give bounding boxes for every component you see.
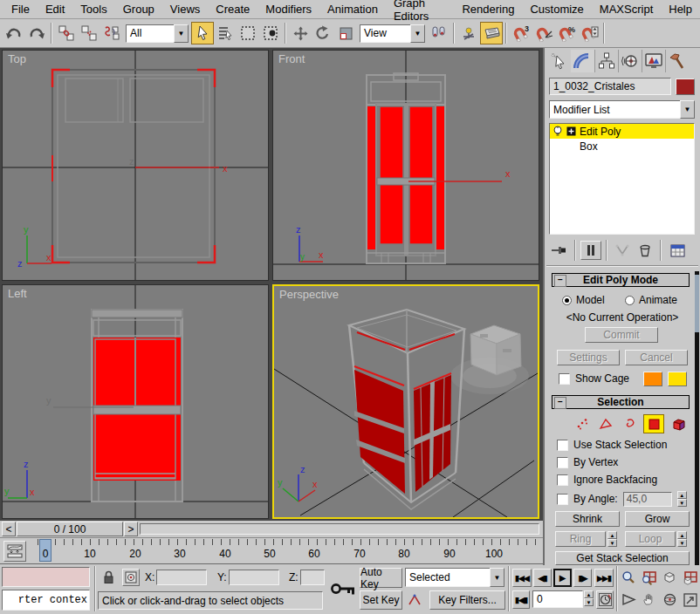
viewport-perspective[interactable]: Perspective [272,284,539,519]
select-by-name-button[interactable] [214,22,237,44]
remove-modifier-button[interactable] [635,241,655,260]
panel-scrollbar[interactable] [695,271,699,565]
by-angle-spinner[interactable]: ▲▼ [677,491,687,507]
model-radio-dot[interactable] [562,296,572,305]
current-frame-field[interactable]: 0 [532,590,583,608]
by-angle-field[interactable]: 45,0 [623,492,672,507]
object-color-swatch[interactable] [676,78,695,95]
previous-frame-button[interactable]: ◀▮ [533,569,552,587]
arc-rotate-button[interactable] [661,590,679,609]
key-mode-toggle-button[interactable]: ▮◀▮ [512,590,530,609]
next-frame-button[interactable]: ▮▶ [573,569,592,587]
default-tangent-button[interactable] [405,590,426,610]
make-unique-button[interactable] [612,241,633,260]
rollout-selection-header[interactable]: − Selection [552,395,690,409]
selection-filter-dropdown[interactable]: All ▼ [126,24,189,43]
keyboard-override-button[interactable] [480,22,503,44]
show-end-result-button[interactable] [580,241,601,260]
lock-selection-button[interactable] [100,569,117,586]
frame-spinner[interactable]: ▲▼ [584,590,594,606]
stack-row-edit-poly[interactable]: Edit Poly [550,124,694,139]
menu-maxscript[interactable]: MAXScript [592,3,661,16]
select-and-rotate-button[interactable] [312,22,334,44]
tab-motion[interactable] [618,50,642,72]
snap-toggle-3d-button[interactable]: 3 [510,22,532,44]
pan-button[interactable] [640,590,658,609]
zoom-button[interactable] [620,569,638,587]
loop-spinner[interactable]: ▲▼ [677,531,687,547]
by-angle-checkbox[interactable]: By Angle: 45,0 ▲▼ [557,491,687,507]
set-key-button[interactable]: Set Key [360,590,402,610]
go-to-end-button[interactable]: ▶▶▮ [594,569,614,587]
configure-modifier-sets-button[interactable] [666,241,689,260]
polygon-mode-button[interactable] [643,414,664,433]
menu-rendering[interactable]: Rendering [454,3,522,16]
zoom-extents-all-button[interactable] [681,569,699,587]
absolute-offset-toggle[interactable] [122,569,140,586]
show-cage-checkbox[interactable]: Show Cage [559,372,629,385]
time-configuration-button[interactable] [596,590,614,609]
element-mode-button[interactable] [669,414,690,433]
use-stack-selection-box[interactable] [557,440,568,451]
maxscript-listener[interactable]: rter contex [2,590,90,611]
menu-views[interactable]: Views [162,3,208,16]
time-slider-track[interactable] [140,523,539,535]
select-and-move-button[interactable] [289,22,312,44]
viewport-top[interactable]: Top x z y x z [2,50,269,281]
shrink-button[interactable]: Shrink [555,511,620,527]
menu-group[interactable]: Group [115,3,162,16]
by-vertex-box[interactable] [557,457,568,468]
menu-create[interactable]: Create [208,3,257,16]
use-stack-selection-checkbox[interactable]: Use Stack Selection [557,439,667,451]
edge-mode-button[interactable] [596,415,615,433]
menu-file[interactable]: File [3,3,38,16]
tab-display[interactable] [642,50,666,72]
menu-modifiers[interactable]: Modifiers [257,3,319,16]
percent-snap-button[interactable]: % [555,22,578,44]
cage-color-1-swatch[interactable] [643,372,662,386]
min-max-toggle-button[interactable] [681,590,699,609]
menu-animation[interactable]: Animation [319,3,386,16]
play-button[interactable]: ▶ [553,569,572,587]
animate-radio-dot[interactable] [625,296,635,305]
bind-to-spacewarp-button[interactable] [100,22,123,44]
vertex-mode-button[interactable] [573,415,592,433]
menu-customize[interactable]: Customize [522,3,591,16]
rollout-edit-poly-mode-header[interactable]: − Edit Poly Mode [552,273,690,287]
field-of-view-button[interactable] [620,590,638,609]
commit-button[interactable]: Commit [585,327,658,343]
cage-color-2-swatch[interactable] [668,372,687,386]
viewport-top-label[interactable]: Top [8,52,26,65]
viewport-front-label[interactable]: Front [278,52,305,65]
window-crossing-button[interactable] [259,22,282,44]
pin-stack-button[interactable] [549,241,570,260]
model-radio[interactable]: Model [562,294,605,306]
maxscript-macro-recorder[interactable] [2,567,90,587]
unlink-selection-button[interactable] [78,22,100,44]
time-prev-button[interactable]: < [2,522,16,536]
time-slider-handle[interactable]: 0 / 100 [17,522,123,536]
viewport-perspective-label[interactable]: Perspective [279,288,339,301]
viewport-left[interactable]: Left y z y x [2,284,269,519]
viewport-front[interactable]: Front x [272,50,539,281]
tab-modify[interactable] [571,50,595,72]
rectangular-selection-button[interactable] [237,22,259,44]
menu-edit[interactable]: Edit [38,3,72,16]
key-mode-arrow[interactable]: ▼ [490,568,504,587]
ring-button[interactable]: Ring [555,531,606,547]
tab-hierarchy[interactable] [594,50,619,72]
select-object-button[interactable] [191,22,214,44]
loop-button[interactable]: Loop [625,531,676,547]
scrollbar-thumb[interactable] [695,275,699,332]
spinner-snap-button[interactable] [578,22,600,44]
by-vertex-checkbox[interactable]: By Vertex [557,456,618,468]
track-bar-ruler[interactable]: 0 10 20 30 40 50 60 70 80 90 100 [30,539,539,563]
tab-create[interactable] [547,50,572,72]
set-keys-button[interactable] [329,569,357,609]
select-and-scale-button[interactable] [334,22,357,44]
x-field[interactable] [156,570,207,585]
zoom-all-button[interactable] [640,569,658,587]
collapse-icon[interactable]: − [554,397,566,409]
animate-radio[interactable]: Animate [625,294,677,306]
menu-tools[interactable]: Tools [72,3,114,16]
